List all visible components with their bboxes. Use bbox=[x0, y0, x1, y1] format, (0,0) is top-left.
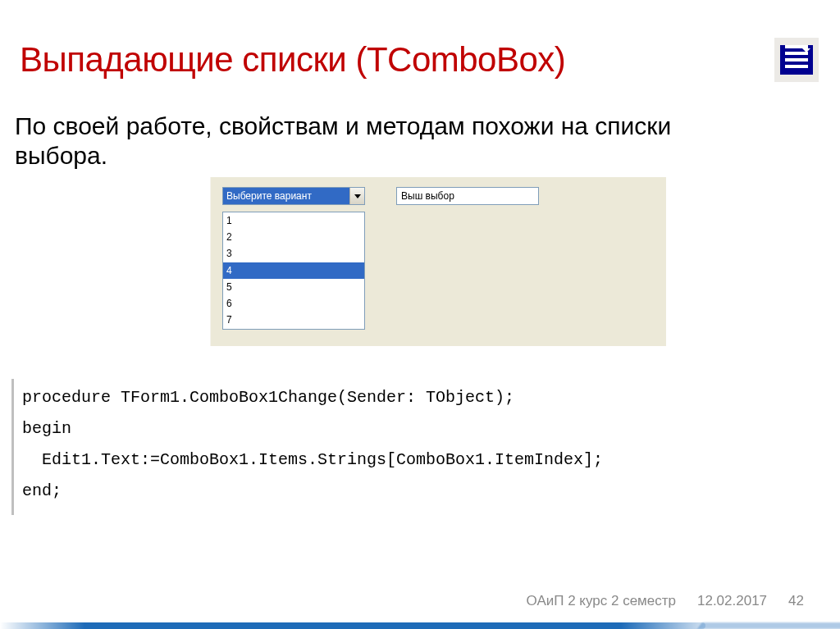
slide-footer: ОАиП 2 курс 2 семестр 12.02.2017 42 bbox=[0, 593, 804, 609]
footer-course: ОАиП 2 курс 2 семестр bbox=[527, 593, 676, 609]
title-row: Выпадающие списки (TComboBox) bbox=[20, 38, 824, 82]
list-item[interactable]: 3 bbox=[223, 245, 364, 262]
edit-field[interactable]: Выш выбор bbox=[396, 187, 539, 205]
combobox-dropdown-list[interactable]: 12345678 bbox=[222, 212, 365, 330]
list-item[interactable]: 4 bbox=[223, 262, 364, 279]
list-item[interactable]: 1 bbox=[223, 212, 364, 229]
list-item[interactable]: 8 bbox=[223, 328, 364, 330]
footer-date: 12.02.2017 bbox=[697, 593, 767, 609]
combobox[interactable]: Выберите вариант bbox=[222, 187, 365, 205]
slide: Выпадающие списки (TComboBox) По своей р… bbox=[0, 0, 840, 629]
footer-page: 42 bbox=[788, 593, 804, 609]
accent-bar bbox=[0, 622, 705, 629]
chevron-down-icon bbox=[354, 194, 361, 198]
code-snippet: procedure TForm1.ComboBox1Change(Sender:… bbox=[11, 379, 829, 515]
slide-title: Выпадающие списки (TComboBox) bbox=[20, 40, 565, 80]
example-panel: Выберите вариант 12345678 Выш выбор bbox=[210, 177, 666, 346]
combobox-icon bbox=[774, 38, 819, 82]
combobox-dropdown-button[interactable] bbox=[349, 188, 364, 204]
list-item[interactable]: 5 bbox=[223, 279, 364, 295]
combobox-selected-text: Выберите вариант bbox=[223, 188, 349, 204]
list-item[interactable]: 6 bbox=[223, 295, 364, 312]
body-paragraph: По своей работе, свойствам и методам пох… bbox=[15, 112, 742, 171]
list-item[interactable]: 7 bbox=[223, 312, 364, 328]
list-item[interactable]: 2 bbox=[223, 229, 364, 245]
